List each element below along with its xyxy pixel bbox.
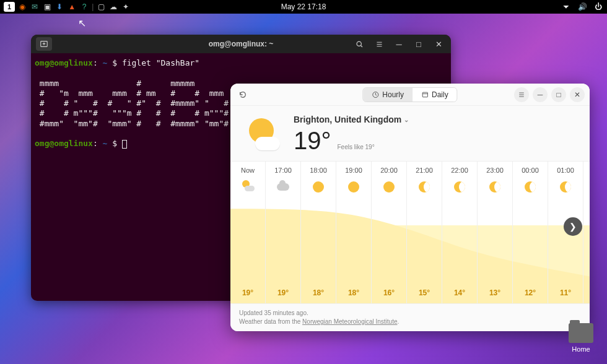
current-conditions: Brighton, United Kingdom ⌄ 19° Feels lik…	[230, 106, 590, 161]
weather-menu-button[interactable]	[514, 87, 529, 102]
location-label: Brighton, United Kingdom	[294, 115, 401, 124]
hour-column: 22:0014°	[442, 162, 478, 303]
sun-icon	[382, 180, 396, 194]
weather-headerbar[interactable]: Hourly Daily ─ □ ✕	[230, 84, 590, 106]
hour-temp: 19°	[277, 288, 289, 297]
moon-icon	[417, 180, 431, 194]
weather-minimize-button[interactable]: ─	[533, 87, 548, 102]
weather-indicator-icon[interactable]: ☁	[108, 2, 118, 12]
attribution-link[interactable]: Norwegian Meteorological Institute	[302, 318, 397, 325]
prompt-user: omg@omglinux	[35, 58, 93, 67]
volume-icon[interactable]: 🔊	[577, 2, 587, 12]
hour-column: 19:0018°	[336, 162, 372, 303]
weather-close-button[interactable]: ✕	[570, 87, 585, 102]
power-icon[interactable]: ⏻	[593, 2, 603, 12]
hour-time: 18:00	[310, 167, 327, 174]
hour-column: 23:0013°	[478, 162, 513, 303]
updated-text: Updated 35 minutes ago.	[239, 309, 581, 318]
terminal-cursor	[122, 140, 127, 149]
prompt-sep: :	[93, 58, 98, 67]
search-icon	[356, 40, 364, 48]
calendar-icon	[421, 91, 429, 98]
scroll-next-button[interactable]: ❯	[564, 217, 582, 236]
current-temp: 19°	[294, 127, 331, 155]
hour-temp: 15°	[419, 288, 430, 297]
hamburger-icon	[518, 91, 525, 98]
hour-temp: 14°	[454, 288, 465, 297]
hourly-label: Hourly	[382, 90, 404, 99]
hour-column: 21:0015°	[407, 162, 442, 303]
tray-divider: |	[92, 2, 94, 11]
svg-point-1	[357, 41, 361, 46]
attribution-prefix: Weather data from the	[239, 318, 302, 325]
weather-footer: Updated 35 minutes ago. Weather data fro…	[230, 303, 590, 331]
prompt-path: ~	[103, 139, 108, 148]
chevron-right-icon: ❯	[569, 222, 577, 232]
mouse-cursor-icon: ↖	[78, 17, 86, 29]
top-panel: 1 ◉ ✉ ▣ ⬇ ▲ ? | ▢ ☁ ✦ May 22 17:18 ⏷ 🔊 ⏻	[0, 0, 607, 14]
moon-icon	[559, 180, 572, 194]
daily-label: Daily	[432, 90, 448, 99]
hour-column: Now19°	[230, 162, 266, 303]
refresh-button[interactable]	[235, 87, 250, 102]
moon-icon	[488, 180, 502, 194]
hour-time: 20:00	[380, 167, 398, 174]
firefox-icon[interactable]: ◉	[17, 2, 27, 12]
hour-time: 19:00	[345, 167, 362, 174]
hour-column: 17:0019°	[266, 162, 301, 303]
hour-column: 00:0012°	[513, 162, 548, 303]
mail-icon[interactable]: ✉	[30, 2, 40, 12]
chevron-down-icon: ⌄	[404, 116, 409, 123]
command-text: figlet "DashBar"	[122, 58, 199, 67]
hour-column: 20:0016°	[372, 162, 407, 303]
hour-temp: 18°	[348, 288, 359, 297]
hourly-tab[interactable]: Hourly	[363, 88, 413, 102]
clock-icon	[372, 91, 379, 98]
clock[interactable]: May 22 17:18	[281, 2, 326, 11]
hour-temp: 19°	[242, 288, 253, 297]
daily-tab[interactable]: Daily	[413, 88, 457, 102]
new-tab-button[interactable]	[36, 37, 52, 51]
sun-icon	[347, 180, 360, 194]
network-icon[interactable]: ⏷	[561, 2, 571, 12]
prompt-user: omg@omglinux	[35, 139, 93, 148]
hour-time: 17:00	[274, 167, 292, 174]
help-icon[interactable]: ?	[79, 2, 89, 12]
hour-temp: 18°	[313, 288, 324, 297]
location-button[interactable]: Brighton, United Kingdom ⌄	[294, 115, 409, 124]
hour-time: 23:00	[486, 167, 504, 174]
feels-like: Feels like 19°	[338, 144, 375, 150]
app-icon[interactable]: ▲	[67, 2, 77, 12]
maximize-button[interactable]: □	[411, 37, 426, 51]
hour-time: 21:00	[416, 167, 433, 174]
workspace-indicator[interactable]: 1	[4, 2, 15, 12]
prompt-dollar: $	[112, 58, 117, 67]
weather-maximize-button[interactable]: □	[551, 87, 566, 102]
current-weather-icon	[244, 116, 282, 154]
prompt-sep: :	[93, 139, 98, 148]
hourly-forecast[interactable]: Now19°17:0019°18:0018°19:0018°20:0016°21…	[230, 161, 590, 303]
folder-icon	[569, 323, 593, 343]
files-icon[interactable]: ▣	[42, 2, 52, 12]
software-icon[interactable]: ⬇	[55, 2, 64, 12]
hour-time: 01:00	[557, 167, 574, 174]
close-button[interactable]: ✕	[431, 37, 446, 51]
menu-button[interactable]	[372, 37, 386, 51]
hour-time: Now	[241, 167, 255, 174]
hour-temp: 16°	[383, 288, 395, 297]
partly-icon	[241, 180, 255, 193]
hour-temp: 11°	[560, 288, 571, 297]
extension-icon[interactable]: ✦	[121, 2, 131, 12]
terminal-icon[interactable]: ▢	[96, 2, 106, 12]
sun-icon	[312, 180, 325, 194]
terminal-titlebar[interactable]: omg@omglinux: ~ ─ □ ✕	[31, 35, 451, 53]
home-folder[interactable]: Home	[566, 323, 596, 353]
new-tab-icon	[40, 40, 48, 48]
moon-icon	[523, 180, 537, 194]
hour-temp: 12°	[525, 288, 536, 297]
prompt-dollar: $	[112, 139, 117, 148]
weather-window[interactable]: Hourly Daily ─ □ ✕ Brighton, United King…	[230, 84, 590, 331]
search-button[interactable]	[352, 37, 367, 51]
hour-column: 18:0018°	[301, 162, 336, 303]
minimize-button[interactable]: ─	[391, 37, 406, 51]
